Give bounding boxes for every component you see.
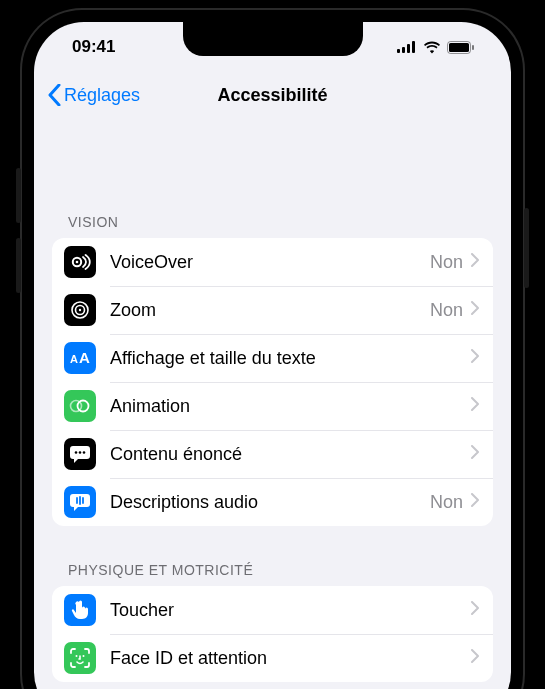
chevron-right-icon	[471, 493, 479, 511]
chevron-right-icon	[471, 649, 479, 667]
row-value: Non	[430, 492, 463, 513]
row-display-text[interactable]: AA Affichage et taille du texte	[52, 334, 493, 382]
row-touch[interactable]: Toucher	[52, 586, 493, 634]
wifi-icon	[423, 41, 441, 54]
svg-point-8	[76, 261, 79, 264]
chevron-right-icon	[471, 349, 479, 367]
svg-text:A: A	[70, 353, 78, 365]
svg-rect-2	[407, 44, 410, 53]
chevron-right-icon	[471, 397, 479, 415]
row-label: Contenu énoncé	[110, 444, 471, 465]
faceid-icon	[64, 642, 96, 674]
svg-point-20	[83, 655, 85, 657]
row-label: Animation	[110, 396, 471, 417]
svg-rect-1	[402, 47, 405, 53]
back-label: Réglages	[64, 85, 140, 106]
row-zoom[interactable]: Zoom Non	[52, 286, 493, 334]
chevron-right-icon	[471, 253, 479, 271]
row-audio-descriptions[interactable]: Descriptions audio Non	[52, 478, 493, 526]
motion-icon	[64, 390, 96, 422]
row-label: Descriptions audio	[110, 492, 430, 513]
chevron-left-icon	[48, 84, 61, 106]
svg-point-18	[83, 451, 86, 454]
chevron-right-icon	[471, 445, 479, 463]
back-button[interactable]: Réglages	[34, 84, 140, 106]
audio-description-icon	[64, 486, 96, 518]
row-value: Non	[430, 300, 463, 321]
section-header-vision: VISION	[52, 118, 493, 238]
svg-point-16	[75, 451, 78, 454]
svg-rect-6	[472, 45, 474, 50]
row-spoken-content[interactable]: Contenu énoncé	[52, 430, 493, 478]
navigation-bar: Réglages Accessibilité	[34, 72, 511, 118]
row-label: Toucher	[110, 600, 471, 621]
row-voiceover[interactable]: VoiceOver Non	[52, 238, 493, 286]
text-size-icon: AA	[64, 342, 96, 374]
speech-bubble-icon	[64, 438, 96, 470]
page-title: Accessibilité	[217, 85, 327, 106]
svg-point-15	[78, 401, 89, 412]
svg-text:A: A	[79, 350, 90, 366]
section-header-motor: PHYSIQUE ET MOTRICITÉ	[52, 526, 493, 586]
row-label: Affichage et taille du texte	[110, 348, 471, 369]
zoom-icon	[64, 294, 96, 326]
svg-point-11	[79, 309, 81, 311]
row-label: VoiceOver	[110, 252, 430, 273]
chevron-right-icon	[471, 301, 479, 319]
row-label: Zoom	[110, 300, 430, 321]
section-vision: VoiceOver Non Zoom Non AA Affic	[52, 238, 493, 526]
row-faceid[interactable]: Face ID et attention	[52, 634, 493, 682]
svg-rect-3	[412, 41, 415, 53]
touch-icon	[64, 594, 96, 626]
voiceover-icon	[64, 246, 96, 278]
svg-point-17	[79, 451, 82, 454]
cellular-icon	[397, 41, 417, 53]
row-label: Face ID et attention	[110, 648, 471, 669]
svg-rect-0	[397, 49, 400, 53]
chevron-right-icon	[471, 601, 479, 619]
row-motion[interactable]: Animation	[52, 382, 493, 430]
battery-icon	[447, 41, 475, 54]
row-value: Non	[430, 252, 463, 273]
svg-rect-5	[449, 43, 469, 52]
status-indicators	[397, 41, 475, 54]
svg-point-19	[76, 655, 78, 657]
section-motor: Toucher Face ID et attention	[52, 586, 493, 682]
status-time: 09:41	[72, 37, 115, 57]
